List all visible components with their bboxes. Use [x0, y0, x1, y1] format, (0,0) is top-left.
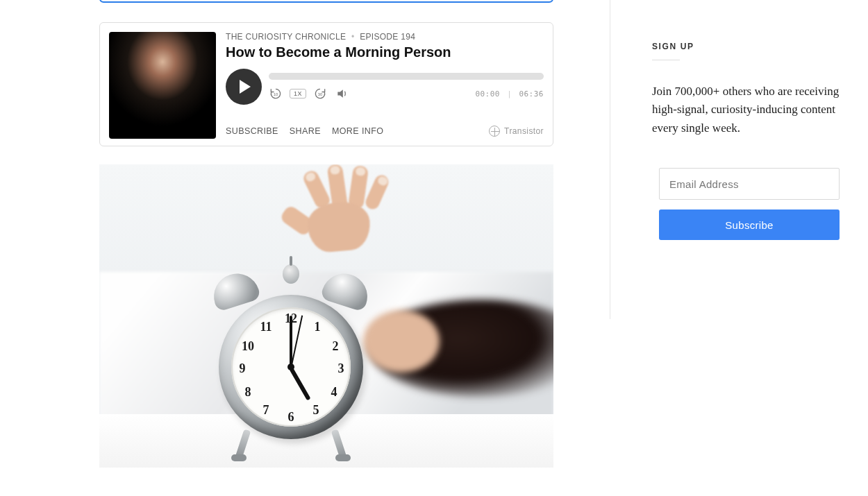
podcast-title: How to Become a Morning Person: [226, 44, 544, 60]
svg-text:10: 10: [274, 92, 278, 96]
meta-separator: •: [351, 32, 355, 42]
clock-num: 2: [327, 339, 344, 354]
podcast-episode-label: EPISODE 194: [360, 32, 415, 42]
clock-num: 9: [234, 361, 251, 376]
clock-num: 1: [309, 320, 326, 334]
clock-num: 6: [283, 410, 299, 425]
clock-num: 11: [258, 320, 274, 334]
article-hero-image: 12 1 2 3 4 5 6 7 8 9 10 11: [99, 164, 553, 468]
clock-num: 5: [308, 403, 324, 418]
clock-num: 4: [326, 385, 342, 400]
clock-num: 10: [240, 339, 256, 354]
volume-icon[interactable]: [335, 87, 349, 101]
podcast-artwork: [109, 32, 216, 139]
alarm-clock: 12 1 2 3 4 5 6 7 8 9 10 11: [210, 241, 374, 463]
time-current: 00:00: [475, 89, 500, 99]
transistor-icon: [489, 126, 500, 137]
signup-sidebar: SIGN UP Join 700,000+ others who are rec…: [610, 0, 868, 319]
subscribe-button[interactable]: Subscribe: [659, 209, 840, 240]
share-link[interactable]: SHARE: [290, 126, 321, 136]
progress-track[interactable]: [269, 73, 544, 80]
signup-heading: SIGN UP: [652, 42, 680, 60]
podcast-controls: 10 1X 30: [226, 69, 544, 105]
play-button[interactable]: [226, 69, 262, 105]
clock-num: 7: [258, 403, 274, 418]
podcast-footer: SUBSCRIBE SHARE MORE INFO Transistor: [226, 126, 544, 137]
more-info-link[interactable]: MORE INFO: [332, 126, 383, 136]
subscribe-link[interactable]: SUBSCRIBE: [226, 126, 278, 136]
email-field[interactable]: [659, 168, 840, 200]
brand-label: Transistor: [504, 126, 544, 136]
podcast-meta: THE CURIOSITY CHRONICLE • EPISODE 194: [226, 32, 544, 42]
playback-speed[interactable]: 1X: [290, 89, 306, 99]
signup-copy: Join 700,000+ others who are receiving h…: [652, 83, 846, 137]
svg-text:30: 30: [318, 92, 323, 96]
clock-num: 3: [333, 361, 349, 376]
time-total: 06:36: [519, 89, 544, 99]
skip-back-icon[interactable]: 10: [269, 87, 283, 101]
transistor-brand[interactable]: Transistor: [489, 126, 544, 137]
podcast-body: THE CURIOSITY CHRONICLE • EPISODE 194 Ho…: [226, 32, 544, 137]
clock-num: 8: [240, 385, 256, 400]
podcast-show-name: THE CURIOSITY CHRONICLE: [226, 32, 346, 42]
podcast-player: THE CURIOSITY CHRONICLE • EPISODE 194 Ho…: [99, 22, 553, 146]
time-display: 00:00 | 06:36: [475, 89, 544, 99]
skip-forward-icon[interactable]: 30: [313, 87, 327, 101]
embed-outline: [99, 0, 553, 3]
